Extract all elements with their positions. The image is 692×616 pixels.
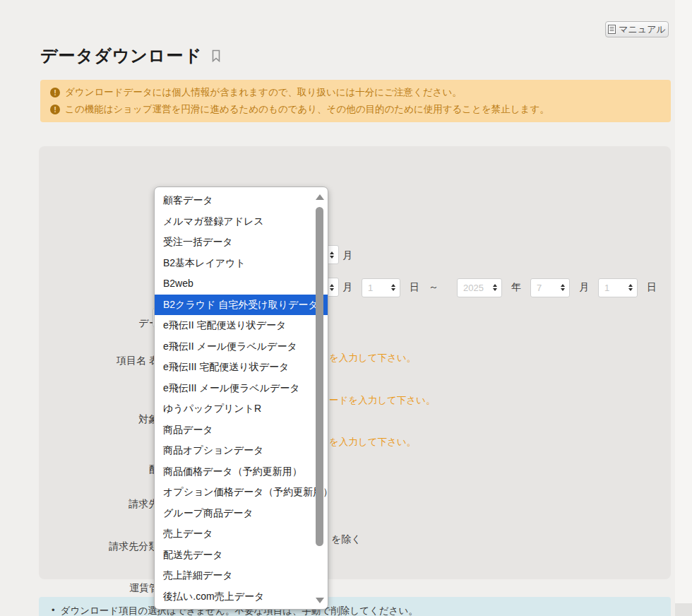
range-day-from-value: 1	[368, 283, 387, 293]
dropdown-scrollbar[interactable]	[314, 190, 326, 608]
dropdown-option[interactable]: 商品オプションデータ	[155, 440, 328, 461]
dropdown-option[interactable]: メルマガ登録アドレス	[155, 211, 328, 232]
dropdown-option[interactable]: 配送先データ	[155, 545, 328, 566]
range-month-label2: 月	[579, 281, 589, 294]
window-right-edge	[675, 0, 692, 616]
range-day-label: 日	[410, 281, 419, 294]
range-year-label: 年	[511, 281, 521, 294]
alert-icon: !	[50, 105, 60, 114]
page-header: データダウンロード	[40, 45, 220, 67]
range-day-to-value: 1	[604, 283, 624, 293]
warning-text: この機能はショップ運営を円滑に進めるためのものであり、その他の目的のために使用す…	[65, 103, 549, 116]
dropdown-option[interactable]: オプション価格データ（予約更新用）	[155, 482, 328, 503]
dropdown-option[interactable]: 後払い.com売上データ	[155, 586, 328, 608]
scrollbar-thumb[interactable]	[316, 207, 323, 546]
footer-info-box: • ダウンロード項目の選択はできません。不要な項目は、手動で削除してください。	[39, 597, 671, 616]
alert-icon: !	[50, 88, 60, 97]
range-month-label: 月	[342, 281, 352, 294]
manual-button[interactable]: マニュアル	[605, 21, 669, 37]
manual-button-label: マニュアル	[619, 23, 666, 36]
range-year-to-select[interactable]: 2025	[457, 278, 502, 297]
dropdown-option[interactable]: 顧客データ	[155, 190, 328, 211]
range-day-from-select[interactable]: 1	[362, 278, 400, 297]
dropdown-option[interactable]: 売上詳細データ	[155, 565, 328, 586]
dropdown-option[interactable]: e飛伝III 宅配便送り状データ	[155, 357, 328, 378]
dropdown-option[interactable]: 売上データ	[155, 523, 328, 545]
scroll-up-icon[interactable]	[316, 194, 324, 200]
hint-freight-mgmt-no: を入力して下さい。	[329, 436, 416, 449]
dropdown-option[interactable]: e飛伝III メール便ラベルデータ	[155, 378, 328, 399]
bullet-icon: •	[52, 605, 55, 615]
dropdown-option[interactable]: 受注一括データ	[155, 232, 328, 253]
dropdown-option[interactable]: 商品価格データ（予約更新用）	[155, 461, 328, 482]
select-spinner-icon	[493, 284, 497, 291]
range-year-to-value: 2025	[463, 283, 489, 293]
bookmark-icon[interactable]	[212, 49, 220, 65]
range-day-to-select[interactable]: 1	[598, 278, 638, 297]
range-month-to-select[interactable]: 7	[530, 278, 570, 297]
exclude-label: を除く	[331, 533, 362, 546]
hint-billing-code: を入力して下さい。	[329, 352, 416, 365]
warning-notice-box: ! ダウンロードデータには個人情報が含まれますので、取り扱いには十分にご注意くだ…	[40, 80, 671, 122]
dropdown-option[interactable]: e飛伝II 宅配便送り状データ	[155, 315, 328, 336]
dropdown-option[interactable]: B2基本レイアウト	[155, 253, 328, 274]
hint-billing-class-code: ードを入力して下さい。	[329, 394, 435, 407]
select-spinner-icon	[330, 284, 334, 291]
target-row1-month-label: 月	[342, 249, 352, 262]
scroll-down-icon[interactable]	[316, 598, 324, 603]
page-title: データダウンロード	[40, 45, 202, 67]
range-day-label2: 日	[647, 281, 657, 294]
scrollbar-corner	[675, 603, 692, 616]
download-form-panel: データ種類 項目名 表示設定 対象データ 配送方法 請求先コード 請求先分類コー…	[39, 146, 671, 579]
select-spinner-icon	[561, 284, 565, 291]
data-type-dropdown-list: 顧客データ メルマガ登録アドレス 受注一括データ B2基本レイアウト B2web…	[154, 186, 328, 610]
warning-text: ダウンロードデータには個人情報が含まれますので、取り扱いには十分にご注意ください…	[65, 86, 462, 99]
range-month-to-value: 7	[537, 283, 556, 293]
document-icon	[608, 25, 616, 34]
warning-line: ! ダウンロードデータには個人情報が含まれますので、取り扱いには十分にご注意くだ…	[50, 86, 661, 99]
dropdown-option[interactable]: e飛伝II メール便ラベルデータ	[155, 336, 328, 357]
dropdown-option[interactable]: B2web	[155, 273, 328, 295]
dropdown-option[interactable]: グループ商品データ	[155, 503, 328, 524]
range-tilde: ～	[429, 281, 439, 294]
dropdown-option-selected[interactable]: B2クラウド 自宅外受け取りデータ	[155, 295, 328, 316]
dropdown-option[interactable]: 商品データ	[155, 420, 328, 441]
date-range-row: 月 1 日 ～ 2025 年 7 月 1 日	[342, 278, 657, 297]
select-spinner-icon	[628, 284, 633, 291]
select-spinner-icon	[391, 284, 395, 291]
warning-line: ! この機能はショップ運営を円滑に進めるためのものであり、その他の目的のために使…	[50, 103, 661, 116]
select-spinner-icon	[330, 251, 334, 259]
dropdown-option[interactable]: ゆうパックプリントR	[155, 398, 328, 420]
